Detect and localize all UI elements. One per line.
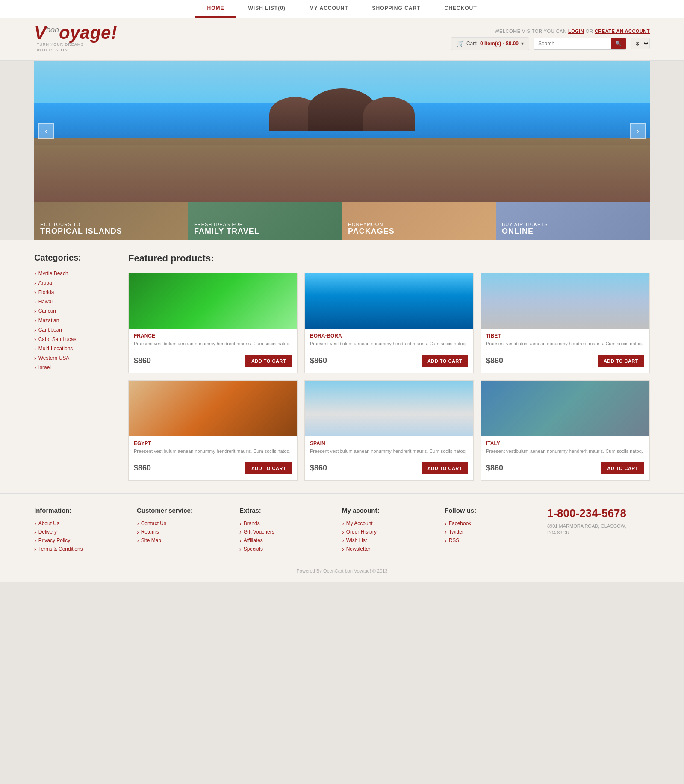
nav-item-wish-list(0)[interactable]: WISH LIST(0) <box>236 0 297 18</box>
cart-value: 0 item(s) - $0.00 <box>480 41 519 47</box>
footer-link-privacy-policy[interactable]: Privacy Policy <box>34 537 137 544</box>
promo-box-0[interactable]: HOT TOURS TOTROPICAL ISLANDS <box>34 202 188 240</box>
category-item: Mazatlan <box>34 316 115 325</box>
add-to-cart-button[interactable]: ADD TO CART <box>245 462 292 474</box>
top-nav: HOMEWISH LIST(0)MY ACCOUNTSHOPPING CARTC… <box>0 0 684 18</box>
footer-link-specials[interactable]: Specials <box>239 546 342 552</box>
category-link-aruba[interactable]: Aruba <box>34 279 115 286</box>
footer-list-item: Brands <box>239 519 342 528</box>
category-link-multi-locations[interactable]: Multi-Locations <box>34 345 115 352</box>
footer-list-item: Newsletter <box>342 545 445 553</box>
add-to-cart-button[interactable]: ADD TO CART <box>422 462 468 474</box>
nav-item-my-account[interactable]: MY ACCOUNT <box>298 0 360 18</box>
category-item: Caribbean <box>34 325 115 335</box>
product-image <box>305 381 473 436</box>
footer-link-wish-list[interactable]: Wish List <box>342 537 445 544</box>
address: 8901 MARMORA ROAD, GLASGOW,D04 89GR <box>547 523 650 537</box>
product-image <box>481 381 649 436</box>
footer-link-site-map[interactable]: Site Map <box>137 537 239 544</box>
footer-list-item: Affiliates <box>239 536 342 545</box>
follow-list: FacebookTwitterRSS <box>445 519 547 545</box>
product-name: EGYPT <box>134 440 292 446</box>
category-link-hawaii[interactable]: Hawaii <box>34 298 115 305</box>
footer-link-affiliates[interactable]: Affiliates <box>239 537 342 544</box>
category-list: Myrtle BeachArubaFloridaHawaiiCancunMaza… <box>34 269 115 372</box>
logo[interactable]: Vbonoyage! TURN YOUR DREAMS INTO REALITY <box>34 24 117 54</box>
footer-link-returns[interactable]: Returns <box>137 529 239 535</box>
footer-list-item: Site Map <box>137 536 239 545</box>
search-input[interactable] <box>534 38 611 49</box>
add-to-cart-button[interactable]: ADD TO CART <box>422 355 468 367</box>
footer-copyright: Powered By OpenCart bon Voyage! © 2013 <box>34 562 650 573</box>
product-name: FRANCE <box>134 333 292 339</box>
create-account-link[interactable]: CREATE AN ACCOUNT <box>595 29 650 34</box>
product-footer: $860 ADD TO CART <box>481 355 649 367</box>
product-image <box>305 273 473 329</box>
category-link-cabo-san-lucas[interactable]: Cabo San Lucas <box>34 336 115 343</box>
category-link-mazatlan[interactable]: Mazatlan <box>34 317 115 324</box>
category-item: Florida <box>34 288 115 297</box>
footer-link-delivery[interactable]: Delivery <box>34 529 137 535</box>
product-card-tibet: TIBET Praesent vestibulum aenean nonummy… <box>481 273 650 373</box>
footer-extras: Extras: BrandsGift VouchersAffiliatesSpe… <box>239 507 342 553</box>
product-name: SPAIN <box>310 440 468 446</box>
site-footer: Information: About UsDeliveryPrivacy Pol… <box>0 493 684 582</box>
footer-my-account: My account: My AccountOrder HistoryWish … <box>342 507 445 553</box>
slider-next-button[interactable]: › <box>630 123 646 139</box>
login-link[interactable]: LOGIN <box>568 29 584 34</box>
footer-list-item: About Us <box>34 519 137 528</box>
promo-box-2[interactable]: HONEYMOONPACKAGES <box>342 202 496 240</box>
footer-list-item: Wish List <box>342 536 445 545</box>
sidebar: Categories: Myrtle BeachArubaFloridaHawa… <box>34 253 115 481</box>
category-link-florida[interactable]: Florida <box>34 289 115 296</box>
footer-link-about-us[interactable]: About Us <box>34 520 137 527</box>
search-button[interactable]: 🔍 <box>611 38 626 49</box>
footer-link-my-account[interactable]: My Account <box>342 520 445 527</box>
info-title: Information: <box>34 507 137 514</box>
category-link-cancun[interactable]: Cancun <box>34 308 115 314</box>
add-to-cart-button[interactable]: ADD TO CART <box>245 355 292 367</box>
footer-link-brands[interactable]: Brands <box>239 520 342 527</box>
footer-list-item: Twitter <box>445 528 547 536</box>
footer-link-newsletter[interactable]: Newsletter <box>342 546 445 552</box>
category-link-myrtle-beach[interactable]: Myrtle Beach <box>34 270 115 277</box>
category-link-caribbean[interactable]: Caribbean <box>34 326 115 333</box>
promo-box-1[interactable]: FRESH IDEAS FORFAMILY TRAVEL <box>188 202 342 240</box>
promo-boxes: HOT TOURS TOTROPICAL ISLANDSFRESH IDEAS … <box>34 202 650 240</box>
category-item: Multi-Locations <box>34 344 115 353</box>
category-item: Aruba <box>34 278 115 288</box>
product-footer: $860 ADD TO CART <box>129 462 297 474</box>
nav-item-checkout[interactable]: CHECKOUT <box>433 0 489 18</box>
slider-prev-button[interactable]: ‹ <box>38 123 54 139</box>
add-to-cart-button[interactable]: AD TO CART <box>601 462 644 474</box>
product-card-spain: SPAIN Praesent vestibulum aenean nonummy… <box>304 380 474 481</box>
currency-select[interactable]: $ € <box>631 38 650 49</box>
footer-link-terms-&-conditions[interactable]: Terms & Conditions <box>34 546 137 552</box>
footer-link-facebook[interactable]: Facebook <box>445 520 547 527</box>
product-image <box>129 273 297 329</box>
cart-button[interactable]: 🛒 Cart: 0 item(s) - $0.00 ▾ <box>451 37 529 50</box>
product-footer: $860 ADD TO CART <box>129 355 297 367</box>
product-price: $860 <box>310 356 327 365</box>
site-header: Vbonoyage! TURN YOUR DREAMS INTO REALITY… <box>0 18 684 61</box>
promo-box-3[interactable]: BUY AIR TICKETSONLINE <box>496 202 650 240</box>
footer-link-gift-vouchers[interactable]: Gift Vouchers <box>239 529 342 535</box>
nav-item-shopping-cart[interactable]: SHOPPING CART <box>360 0 432 18</box>
footer-list-item: Returns <box>137 528 239 536</box>
products-section: Featured products: FRANCE Praesent vesti… <box>128 253 650 481</box>
product-description: Praesent vestibulum aenean nonummy hendr… <box>134 341 292 347</box>
phone-number[interactable]: 1-800-234-5678 <box>547 507 650 520</box>
footer-link-rss[interactable]: RSS <box>445 537 547 544</box>
category-link-israel[interactable]: Israel <box>34 364 115 371</box>
logo-tagline: TURN YOUR DREAMS INTO REALITY <box>37 42 117 53</box>
add-to-cart-button[interactable]: ADD TO CART <box>598 355 644 367</box>
category-link-western-usa[interactable]: Western USA <box>34 355 115 361</box>
featured-products-title: Featured products: <box>128 253 650 264</box>
product-info: BORA-BORA Praesent vestibulum aenean non… <box>305 329 473 355</box>
nav-item-home[interactable]: HOME <box>195 0 236 18</box>
footer-link-contact-us[interactable]: Contact Us <box>137 520 239 527</box>
info-list: About UsDeliveryPrivacy PolicyTerms & Co… <box>34 519 137 553</box>
footer-link-order-history[interactable]: Order History <box>342 529 445 535</box>
footer-link-twitter[interactable]: Twitter <box>445 529 547 535</box>
hero-image <box>34 61 650 202</box>
